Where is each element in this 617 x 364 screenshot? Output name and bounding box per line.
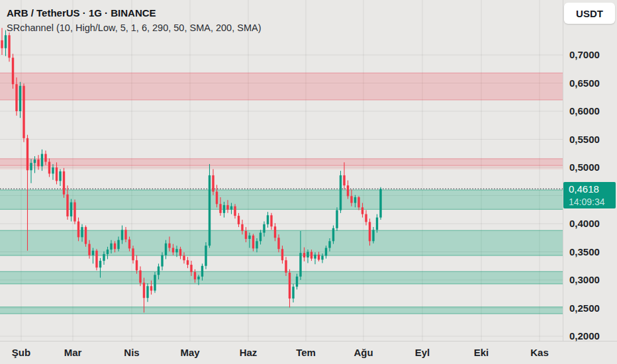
candle-body — [212, 175, 214, 192]
candle-body — [124, 230, 126, 239]
candle-body — [175, 249, 177, 252]
candle-body — [303, 253, 305, 257]
candle-body — [209, 175, 211, 246]
candle-body — [340, 175, 342, 210]
candle-body — [165, 244, 167, 255]
candle-body — [168, 244, 170, 248]
price-axis-label: 0,2500 — [569, 302, 600, 314]
price-axis-label: 0,4000 — [569, 218, 600, 230]
candle-body — [77, 222, 79, 238]
candle-body — [81, 227, 83, 237]
time-axis-label: Nis — [117, 347, 146, 358]
candle-body — [114, 244, 116, 250]
candle-body — [267, 215, 269, 224]
plot-area — [0, 0, 563, 341]
time-axis-label: May — [175, 347, 205, 358]
current-price-badge[interactable]: 0,4618 14:09:34 — [563, 182, 616, 208]
price-axis-label: 0,3500 — [569, 246, 600, 258]
candle-body — [26, 138, 28, 170]
candle-body — [226, 205, 228, 210]
candle-body — [1, 40, 3, 48]
support-zone — [0, 307, 563, 314]
candle-body — [219, 204, 221, 213]
candle-body — [34, 159, 36, 163]
price-axis[interactable]: 0,70000,65000,60000,55000,50000,40000,35… — [563, 0, 617, 341]
candle-body — [277, 238, 279, 249]
candle-body — [230, 206, 232, 210]
candle-body — [197, 277, 199, 279]
candle-body — [56, 167, 58, 181]
candle-body — [321, 255, 323, 259]
currency-toggle-button[interactable]: USDT — [564, 3, 615, 24]
candle-body — [310, 252, 312, 259]
candle-body — [161, 255, 163, 267]
candle-body — [354, 197, 356, 203]
resistance-zone — [0, 73, 563, 100]
candle-body — [274, 226, 276, 238]
price-axis-label: 0,5500 — [569, 134, 600, 146]
candle-body — [332, 228, 334, 242]
candle-body — [5, 35, 7, 48]
candle-body — [158, 267, 160, 275]
candle-body — [52, 167, 54, 173]
candle-body — [289, 273, 291, 298]
candle-body — [154, 275, 156, 291]
time-axis-label: Mar — [58, 347, 87, 358]
price-axis-label: 0,5000 — [569, 161, 600, 173]
candle-body — [357, 197, 359, 207]
candle-body — [234, 206, 236, 216]
chart-legend: ARB / TetherUS · 1G · BINANCE SRchannel … — [7, 7, 261, 35]
candle-body — [41, 154, 43, 167]
candle-body — [70, 203, 72, 216]
candle-body — [66, 195, 68, 216]
candle-body — [376, 218, 378, 230]
candle-body — [19, 86, 21, 111]
candle-body — [139, 271, 141, 283]
candle-body — [223, 205, 225, 213]
candle-body — [285, 260, 287, 273]
candle-body — [12, 58, 14, 84]
candle-body — [256, 241, 258, 248]
candle-body — [270, 215, 272, 226]
resistance-zone — [0, 159, 563, 165]
candle-body — [172, 248, 174, 253]
candle-body — [252, 236, 254, 249]
candle-body — [205, 246, 207, 266]
candle-body — [241, 224, 243, 231]
price-axis-label: 0,3000 — [569, 274, 600, 286]
candle-body — [30, 163, 32, 170]
candle-body — [73, 203, 75, 222]
support-zone — [0, 190, 563, 209]
candle-body — [103, 254, 105, 261]
candle-body — [307, 252, 308, 258]
time-axis-label: Ağu — [349, 347, 378, 358]
time-axis[interactable]: ŞubMarNisMayHazTemAğuEylEkiKas — [0, 341, 617, 364]
candle-body — [128, 240, 130, 249]
bar-close-countdown: 14:09:34 — [569, 196, 616, 208]
candle-body — [63, 171, 65, 195]
candle-body — [88, 244, 90, 255]
resistance-zone-tail — [0, 165, 563, 169]
candlestick-chart[interactable] — [0, 0, 617, 364]
indicator-label[interactable]: SRchannel (10, High/Low, 5, 1, 6, 290, 5… — [7, 22, 261, 35]
candle-body — [328, 241, 330, 248]
chart-window: ARB / TetherUS · 1G · BINANCE SRchannel … — [0, 0, 617, 364]
candle-body — [59, 171, 61, 181]
candle-body — [372, 230, 374, 241]
symbol-title[interactable]: ARB / TetherUS · 1G · BINANCE — [7, 7, 261, 20]
candle-body — [281, 249, 283, 260]
candle-body — [260, 233, 261, 242]
candle-body — [136, 260, 138, 270]
price-axis-label: 0,7000 — [569, 49, 600, 61]
candle-body — [99, 261, 101, 267]
time-axis-label: Kas — [525, 347, 554, 358]
price-axis-label: 0,6500 — [569, 77, 600, 89]
time-axis-label: Şub — [7, 347, 36, 358]
candle-body — [245, 231, 247, 239]
price-axis-label: 0,6000 — [569, 105, 600, 117]
candle-body — [23, 86, 24, 138]
candle-body — [365, 214, 367, 222]
candle-body — [379, 189, 381, 217]
candle-body — [263, 224, 265, 233]
candle-body — [336, 210, 338, 228]
